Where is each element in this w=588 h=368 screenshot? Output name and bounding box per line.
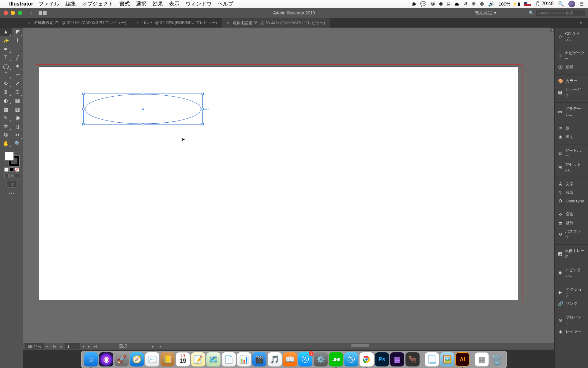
close-tab-icon[interactable]: × bbox=[227, 21, 229, 25]
selection-bounding-box[interactable] bbox=[83, 94, 203, 125]
dock-mediaencoder-icon[interactable]: ▦ bbox=[390, 352, 404, 366]
lasso-tool[interactable]: ⌇ bbox=[12, 36, 23, 45]
graph-tool[interactable]: ▯ bbox=[12, 122, 23, 131]
mesh-tool[interactable]: ▩ bbox=[0, 105, 12, 113]
menu-select[interactable]: 選択 bbox=[136, 0, 146, 7]
bluetooth-icon[interactable]: ⁜ bbox=[472, 1, 476, 7]
document-tab[interactable]: × 名称未設定-7* @ 37.73% (CMYK/GPU プレビュー) bbox=[23, 18, 131, 28]
width-tool[interactable]: ⧖ bbox=[0, 88, 12, 96]
panel-変形[interactable]: ⊹変形 bbox=[555, 210, 588, 219]
resize-handle[interactable] bbox=[82, 108, 85, 110]
artboard-dropdown-icon[interactable]: ▾ bbox=[81, 344, 86, 349]
dock-textedit-icon[interactable]: 📃 bbox=[425, 352, 439, 366]
status-prev-button[interactable]: ◂ bbox=[158, 344, 163, 349]
record-icon[interactable]: ◉ bbox=[412, 1, 416, 7]
dock-calendar-icon[interactable]: 8月19 bbox=[176, 352, 190, 366]
resize-handle[interactable] bbox=[142, 123, 144, 125]
color-mode-none[interactable] bbox=[15, 167, 19, 172]
panel-画像トレース[interactable]: ◩画像トレース bbox=[555, 247, 588, 261]
perspective-tool[interactable]: ▦ bbox=[12, 96, 23, 105]
home-button[interactable]: ⌂ bbox=[29, 10, 32, 16]
dock-pages-icon[interactable]: 📄 bbox=[222, 352, 236, 366]
shaper-tool[interactable]: ⌒ bbox=[0, 71, 12, 79]
panel-CC ライブ...[interactable]: ◇CC ライブ... bbox=[555, 29, 588, 44]
zoom-window-button[interactable] bbox=[18, 11, 22, 15]
panel-カラーガイ...[interactable]: ▦カラーガイ... bbox=[555, 85, 588, 99]
dock-safari-icon[interactable]: 🧭 bbox=[130, 352, 144, 366]
volume-icon[interactable]: 🔊 bbox=[488, 1, 494, 7]
panel-アクション[interactable]: ▶アクション bbox=[555, 285, 588, 299]
scrollbar-thumb[interactable] bbox=[351, 344, 369, 347]
workspace-switcher[interactable]: 初期設定▾ bbox=[475, 10, 496, 16]
dock-trading-icon[interactable]: 🐂 bbox=[405, 352, 420, 366]
rotate-tool[interactable]: ↻ bbox=[0, 79, 12, 88]
timemachine-icon[interactable]: ↺ bbox=[463, 1, 467, 7]
user-avatar-icon[interactable] bbox=[568, 1, 575, 7]
panel-段落[interactable]: ¶段落 bbox=[555, 188, 588, 197]
menu-effect[interactable]: 効果 bbox=[153, 0, 163, 7]
color-mode-gradient[interactable] bbox=[9, 167, 14, 172]
close-tab-icon[interactable]: × bbox=[28, 21, 31, 25]
blend-tool[interactable]: ◉ bbox=[12, 113, 23, 122]
dock-skype-icon[interactable]: Ⓢ bbox=[344, 352, 358, 366]
panel-アートボー...[interactable]: ⧉アートボー... bbox=[555, 146, 588, 160]
menu-window[interactable]: ウィンドウ bbox=[186, 0, 212, 7]
status-popup-button[interactable]: ▸ bbox=[151, 344, 156, 349]
slice-tool[interactable]: ✂ bbox=[12, 131, 23, 139]
menu-view[interactable]: 表示 bbox=[169, 0, 179, 7]
dock-chrome-icon[interactable] bbox=[360, 352, 374, 366]
battery-text[interactable]: 100% ⚡▮ bbox=[499, 1, 520, 7]
dock-keynote-icon[interactable]: 🎬 bbox=[252, 352, 266, 366]
printer-icon[interactable]: ⌸ bbox=[447, 1, 450, 7]
screen-mode-full[interactable] bbox=[9, 174, 14, 178]
resize-handle[interactable] bbox=[82, 93, 85, 95]
horizontal-scrollbar[interactable] bbox=[183, 344, 548, 348]
artboard-number-field[interactable]: 1 bbox=[65, 343, 80, 349]
panel-expand-handle[interactable]: « bbox=[550, 28, 554, 32]
resize-handle[interactable] bbox=[82, 123, 85, 125]
panel-整列[interactable]: ≣整列 bbox=[555, 219, 588, 227]
scale-tool[interactable]: ⤢ bbox=[12, 79, 23, 88]
wifi-icon[interactable]: ⊚ bbox=[480, 1, 484, 7]
dock-systempreferences-icon[interactable]: ⚙️ bbox=[314, 352, 328, 366]
zoom-tool[interactable]: 🔍 bbox=[12, 139, 23, 148]
close-tab-icon[interactable]: × bbox=[136, 21, 139, 25]
menu-type[interactable]: 書式 bbox=[119, 0, 130, 7]
cc-icon[interactable]: ⊗ bbox=[439, 1, 443, 7]
dock-illustrator-icon[interactable]: Ai bbox=[455, 352, 469, 366]
panel-アピアラン...[interactable]: ✺アピアラン... bbox=[555, 266, 588, 280]
dock-contacts-icon[interactable]: 📒 bbox=[160, 352, 175, 366]
direct-selection-tool[interactable]: ◤ bbox=[12, 28, 23, 36]
pie-widget-handle[interactable] bbox=[206, 108, 209, 110]
fill-stroke-proxy[interactable] bbox=[4, 151, 19, 166]
panel-文字[interactable]: A文字 bbox=[555, 180, 588, 188]
menu-file[interactable]: ファイル bbox=[39, 0, 59, 7]
input-source-icon[interactable] bbox=[524, 2, 531, 6]
panel-プロパティ[interactable]: ⊜プロパティ bbox=[555, 313, 588, 327]
gradient-tool[interactable]: ▥ bbox=[12, 105, 23, 113]
document-tab-active[interactable]: × 名称未設定-9* @ 59.44% (CMYK/GPU プレビュー) bbox=[222, 18, 330, 28]
hand-tool[interactable]: ✋ bbox=[0, 139, 12, 148]
menu-object[interactable]: オブジェクト bbox=[82, 0, 113, 7]
dock-siri-icon[interactable]: ◉ bbox=[99, 352, 113, 366]
spotlight-icon[interactable]: 🔍 bbox=[558, 1, 564, 7]
document-tab[interactable]: × 10.ai* @ 32.22% (RGB/GPU プレビュー) bbox=[131, 18, 222, 28]
selection-tool[interactable]: ▲ bbox=[0, 28, 12, 36]
first-artboard-button[interactable]: I◂ bbox=[52, 344, 58, 349]
rectangle-tool[interactable]: ◯ bbox=[0, 62, 12, 71]
panel-線[interactable]: ≡線 bbox=[555, 124, 588, 132]
minimize-window-button[interactable] bbox=[11, 11, 15, 15]
dock-numbers-icon[interactable]: 📊 bbox=[237, 352, 251, 366]
screen-mode-presentation[interactable] bbox=[15, 174, 19, 178]
panel-アセットの...[interactable]: ⊞アセットの... bbox=[555, 160, 588, 174]
shape-builder-tool[interactable]: ◐ bbox=[0, 96, 12, 105]
panel-情報[interactable]: ⓘ情報 bbox=[555, 63, 588, 71]
menu-list-icon[interactable]: ☰ bbox=[579, 1, 584, 7]
resize-handle[interactable] bbox=[202, 123, 204, 125]
dock-launchpad-icon[interactable]: 🚀 bbox=[115, 352, 129, 366]
panel-リンク[interactable]: 🔗リンク bbox=[555, 299, 588, 308]
prev-artboard-button[interactable]: ◂ bbox=[59, 344, 63, 349]
dock-notes-icon[interactable]: 📝 bbox=[191, 352, 205, 366]
menu-help[interactable]: ヘルプ bbox=[218, 0, 233, 7]
dock-photoshop-icon[interactable]: Ps bbox=[375, 352, 389, 366]
